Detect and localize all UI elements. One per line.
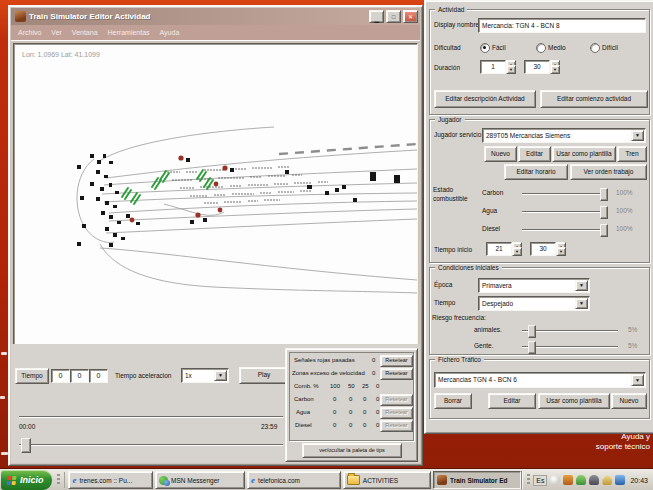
carbon-slider-track[interactable] <box>522 193 608 195</box>
taskbar-task-messenger[interactable]: MSN Messenger <box>155 471 245 489</box>
carbon-slider-value: 100% <box>616 189 633 197</box>
app-icon <box>15 11 26 22</box>
menu-ver[interactable]: Ver <box>51 29 62 36</box>
diesel-reset-button[interactable]: Resetear <box>380 420 413 432</box>
work-order-button[interactable]: Ver orden trabajo <box>570 164 647 180</box>
edit-description-button[interactable]: Editar descripción Actividad <box>434 90 536 108</box>
people-icon[interactable] <box>589 475 599 485</box>
carbon-v0: 0 <box>333 396 336 403</box>
edit-schedule-button[interactable]: Editar horario <box>504 164 568 180</box>
signals-reset-button[interactable]: Resetear <box>380 355 413 367</box>
spin-down-icon[interactable] <box>556 247 566 256</box>
task-label: trenes.com :: Pu... <box>79 477 132 484</box>
diesel-v3: 0 <box>376 422 379 429</box>
traffic-template-button[interactable]: Usar como plantilla <box>538 393 610 409</box>
start-button[interactable]: Inicio <box>1 470 52 490</box>
play-button[interactable]: Play <box>239 367 289 384</box>
weather-value: Despejado <box>482 299 576 308</box>
traffic-new-button[interactable]: Nuevo <box>611 393 647 409</box>
language-indicator[interactable]: Es <box>533 475 547 486</box>
chevron-down-icon[interactable] <box>214 370 227 381</box>
animals-slider-thumb[interactable] <box>528 325 536 338</box>
radio-medio[interactable] <box>536 43 546 53</box>
tiempo-button[interactable]: Tiempo <box>15 368 49 384</box>
animals-slider-track[interactable] <box>522 330 618 332</box>
spin-down-icon[interactable] <box>550 65 560 74</box>
menu-archivo[interactable]: Archivo <box>18 29 41 36</box>
start-hours-value: 21 <box>486 242 512 256</box>
taskbar-task-telefonica[interactable]: e telefonica.com <box>247 471 341 489</box>
agua-slider-track[interactable] <box>522 211 608 213</box>
traffic-file-dropdown[interactable]: Mercancias TGN 4 - BCN 6 <box>434 372 646 388</box>
season-dropdown[interactable]: Primavera <box>478 278 590 293</box>
close-button[interactable]: ✕ <box>403 10 418 23</box>
start-hours-spinner[interactable]: 21 <box>486 242 522 256</box>
menu-ventana[interactable]: Ventana <box>72 29 98 36</box>
chevron-down-icon[interactable] <box>631 374 644 386</box>
edit-start-button[interactable]: Editar comienzo actividad <box>540 90 648 108</box>
messenger-contact-icon[interactable] <box>576 475 586 485</box>
display-name-field[interactable]: Mercancia: TGN 4 - BCN 8 <box>478 18 646 33</box>
duration-label: Duración <box>434 64 460 72</box>
traffic-edit-button[interactable]: Editar <box>488 393 536 409</box>
agua-reset-button[interactable]: Resetear <box>380 407 413 419</box>
radio-facil[interactable] <box>480 43 490 53</box>
time-field-seconds[interactable]: 0 <box>89 369 108 383</box>
speed-zones-reset-button[interactable]: Resetear <box>380 368 413 380</box>
time-field-hours[interactable]: 0 <box>51 369 70 383</box>
service-dropdown[interactable]: 289T05 Mercancias Siemens <box>482 128 646 143</box>
weather-dropdown[interactable]: Despejado <box>478 296 590 311</box>
accel-dropdown[interactable]: 1x <box>181 368 229 383</box>
service-new-button[interactable]: Nuevo <box>484 146 517 162</box>
start-minutes-spinner[interactable]: 30 <box>530 242 566 256</box>
diesel-slider-track[interactable] <box>522 229 608 231</box>
traffic-delete-button[interactable]: Borrar <box>434 393 472 409</box>
service-edit-button[interactable]: Editar <box>518 146 551 162</box>
spin-down-icon[interactable] <box>512 247 522 256</box>
duration-minutes-spinner[interactable]: 30 <box>524 60 560 74</box>
maximize-button[interactable]: □ <box>386 10 401 23</box>
home-icon[interactable] <box>602 475 612 485</box>
duration-hours-spinner[interactable]: 1 <box>480 60 516 74</box>
fuel-col-50: 50 <box>348 383 355 390</box>
people-slider-thumb[interactable] <box>528 341 536 354</box>
radio-dificil[interactable] <box>590 43 600 53</box>
diesel-slider-thumb[interactable] <box>600 224 608 237</box>
service-template-button[interactable]: Usar como plantilla <box>552 146 616 162</box>
map-viewport[interactable]: Lon: 1.0969 Lat: 41.1099 <box>13 43 418 346</box>
time-slider-track[interactable] <box>19 444 283 446</box>
title-bar[interactable]: Train Simulator Editor Actividad ▁ □ ✕ <box>11 8 420 25</box>
chevron-down-icon[interactable] <box>575 280 588 291</box>
agua-slider-thumb[interactable] <box>600 206 608 219</box>
people-slider-track[interactable] <box>522 346 618 348</box>
fuel-col-25: 25 <box>362 383 369 390</box>
minimize-button[interactable]: ▁ <box>369 10 384 23</box>
menu-herramientas[interactable]: Herramientas <box>108 29 150 36</box>
quick-launch-grip[interactable] <box>54 472 66 488</box>
time-slider-thumb[interactable] <box>21 438 31 453</box>
diesel-v2: 0 <box>363 422 366 429</box>
spin-down-icon[interactable] <box>506 65 516 74</box>
network-icon[interactable] <box>615 475 625 485</box>
carbon-v1: 0 <box>349 396 352 403</box>
chevron-down-icon[interactable] <box>631 130 644 141</box>
carbon-reset-button[interactable]: Resetear <box>380 394 413 406</box>
fuel-col-0: 0 <box>376 383 379 390</box>
agua-row-label: Agua <box>296 409 310 416</box>
taskbar-task-trenes[interactable]: e trenes.com :: Pu... <box>68 471 153 489</box>
taskbar-task-activities-folder[interactable]: ACTIVITIES <box>343 471 431 489</box>
alert-icon[interactable] <box>563 475 573 485</box>
traffic-new-label: Nuevo <box>620 398 639 405</box>
fuel-col-100: 100 <box>330 383 340 390</box>
time-field-minutes[interactable]: 0 <box>70 369 89 383</box>
carbon-slider-thumb[interactable] <box>600 188 608 201</box>
signals-reset-label: Resetear <box>385 358 407 364</box>
chevron-down-icon[interactable] <box>575 298 588 309</box>
work-order-label: Ver orden trabajo <box>584 169 634 176</box>
palette-toggle-button[interactable]: ver/ocultar la paleta de tips <box>302 443 402 458</box>
taskbar-task-train-simulator[interactable]: Train Simulator Ed <box>433 471 521 489</box>
menu-ayuda[interactable]: Ayuda <box>160 29 180 36</box>
condiciones-group-title: Condiciones iniciales <box>435 264 502 272</box>
status-circle-icon[interactable] <box>550 475 560 485</box>
service-train-button[interactable]: Tren <box>617 146 647 162</box>
